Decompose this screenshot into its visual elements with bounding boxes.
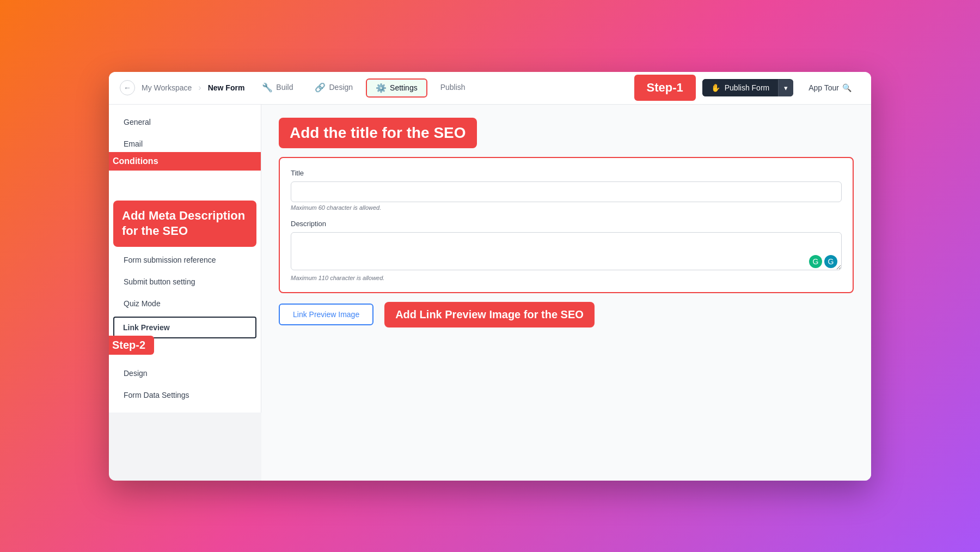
title-hint: Maximum 60 character is allowed. xyxy=(291,204,842,211)
tab-settings[interactable]: ⚙️ Settings xyxy=(366,78,427,98)
design-icon: 🔗 xyxy=(315,82,326,93)
publish-form-button[interactable]: ✋ Publish Form ▾ xyxy=(702,79,793,96)
conditions-section: Conditions Conditions xyxy=(109,155,261,177)
link-preview-wrapper: Link Preview Step-2 xyxy=(109,317,261,338)
sidebar-item-link-preview[interactable]: Link Preview xyxy=(113,317,256,338)
workspace-label: My Workspace xyxy=(142,83,192,92)
form-name: New Form xyxy=(208,83,245,92)
textarea-icons: G G xyxy=(809,255,837,268)
build-icon: 🔧 xyxy=(262,82,273,93)
seo-title-section: Title Maximum 60 character is allowed. D… xyxy=(279,157,854,293)
add-meta-annotation: Add Meta Description for the SEO xyxy=(113,201,256,247)
tab-design[interactable]: 🔗 Design xyxy=(304,72,364,105)
title-input[interactable] xyxy=(291,181,842,202)
sidebar-item-submit-button[interactable]: Submit button setting xyxy=(109,271,261,293)
tab-settings-label: Settings xyxy=(390,83,418,92)
sidebar-item-form-submission[interactable]: Form submission reference xyxy=(109,249,261,271)
app-window: ← My Workspace › New Form 🔧 Build 🔗 Desi… xyxy=(109,72,871,481)
title-label: Title xyxy=(291,169,842,177)
sidebar: General Email Conditions Conditions xyxy=(109,105,261,413)
separator: › xyxy=(198,83,201,93)
step2-badge: Step-2 xyxy=(109,336,154,355)
sidebar-item-quiz-mode[interactable]: Quiz Mode xyxy=(109,293,261,314)
step1-badge: Step-1 xyxy=(634,75,696,101)
sidebar-item-design[interactable]: Design xyxy=(109,362,261,384)
spacer xyxy=(109,177,261,198)
publish-form-main-btn[interactable]: ✋ Publish Form xyxy=(702,79,778,96)
tab-publish-label: Publish xyxy=(440,83,465,92)
sidebar-item-general[interactable]: General xyxy=(109,111,261,133)
publish-form-label: Publish Form xyxy=(725,83,769,92)
publish-form-dropdown-btn[interactable]: ▾ xyxy=(778,80,793,96)
app-tour-label: App Tour xyxy=(808,83,839,92)
title-annotation: Add the title for the SEO xyxy=(279,118,477,148)
settings-icon: ⚙️ xyxy=(376,83,387,93)
tab-publish[interactable]: Publish xyxy=(430,72,476,105)
description-label: Description xyxy=(291,220,842,228)
description-input[interactable] xyxy=(291,232,842,270)
sidebar-item-form-data[interactable]: Form Data Settings xyxy=(109,384,261,406)
topbar-right: Step-1 ✋ Publish Form ▾ App Tour 🔍 xyxy=(634,75,861,101)
link-preview-row: Link Preview Image Add Link Preview Imag… xyxy=(279,302,854,327)
nav-tabs: 🔧 Build 🔗 Design ⚙️ Settings Publish xyxy=(251,72,476,105)
topbar: ← My Workspace › New Form 🔧 Build 🔗 Desi… xyxy=(109,72,871,105)
back-button[interactable]: ← xyxy=(120,80,135,95)
content-area: Add the title for the SEO Title Maximum … xyxy=(261,105,871,481)
spell-check-icon[interactable]: G xyxy=(824,255,837,268)
grammarly-icon[interactable]: G xyxy=(809,255,822,268)
tab-build-label: Build xyxy=(276,83,293,92)
tab-design-label: Design xyxy=(329,83,353,92)
description-hint: Maximum 110 character is allowed. xyxy=(291,275,842,281)
main-content: General Email Conditions Conditions xyxy=(109,105,871,481)
link-preview-image-button[interactable]: Link Preview Image xyxy=(279,304,373,325)
link-preview-annotation: Add Link Preview Image for the SEO xyxy=(384,302,595,327)
sidebar-item-conditions[interactable]: Conditions xyxy=(109,155,261,177)
textarea-wrapper: G G xyxy=(291,232,842,272)
sidebar-item-email[interactable]: Email xyxy=(109,133,261,155)
hand-icon: ✋ xyxy=(711,83,720,92)
search-icon: 🔍 xyxy=(842,83,852,92)
tab-build[interactable]: 🔧 Build xyxy=(251,72,304,105)
app-tour-button[interactable]: App Tour 🔍 xyxy=(800,79,860,96)
topbar-left: ← My Workspace › New Form 🔧 Build 🔗 Desi… xyxy=(120,72,634,105)
description-section: Description G G Maximum 110 character is… xyxy=(291,220,842,281)
